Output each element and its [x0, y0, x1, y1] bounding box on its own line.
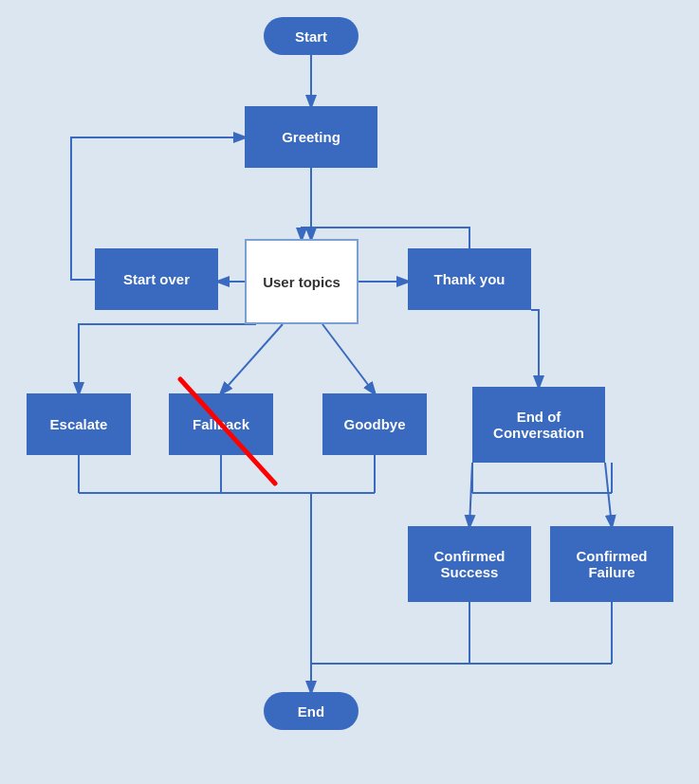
thank-you-label: Thank you: [433, 271, 505, 287]
start-node: Start: [264, 17, 359, 55]
thank-you-node: Thank you: [408, 248, 531, 310]
greeting-node: Greeting: [245, 106, 377, 168]
confirmed-success-label: Confirmed Success: [434, 548, 506, 580]
confirmed-success-node: Confirmed Success: [408, 526, 531, 602]
svg-line-7: [605, 463, 612, 526]
user-topics-label: User topics: [263, 274, 340, 290]
escalate-node: Escalate: [27, 393, 131, 455]
fallback-label: Fallback: [193, 416, 249, 432]
confirmed-failure-label: Confirmed Failure: [577, 548, 648, 580]
svg-line-5: [322, 324, 375, 393]
start-over-label: Start over: [123, 271, 190, 287]
start-over-node: Start over: [95, 248, 218, 310]
end-node: End: [264, 692, 359, 730]
start-label: Start: [295, 28, 327, 45]
user-topics-node: User topics: [245, 239, 359, 324]
end-of-conversation-node: End of Conversation: [472, 387, 605, 463]
goodbye-label: Goodbye: [343, 416, 405, 432]
svg-line-4: [221, 324, 283, 393]
end-label: End: [298, 703, 324, 720]
svg-line-6: [469, 463, 472, 526]
greeting-label: Greeting: [282, 129, 340, 145]
end-of-conversation-label: End of Conversation: [493, 409, 584, 441]
fallback-node: Fallback: [169, 393, 273, 455]
flowchart: Start Greeting User topics Start over Th…: [0, 0, 699, 784]
goodbye-node: Goodbye: [322, 393, 427, 455]
confirmed-failure-node: Confirmed Failure: [550, 526, 673, 602]
escalate-label: Escalate: [50, 416, 108, 432]
